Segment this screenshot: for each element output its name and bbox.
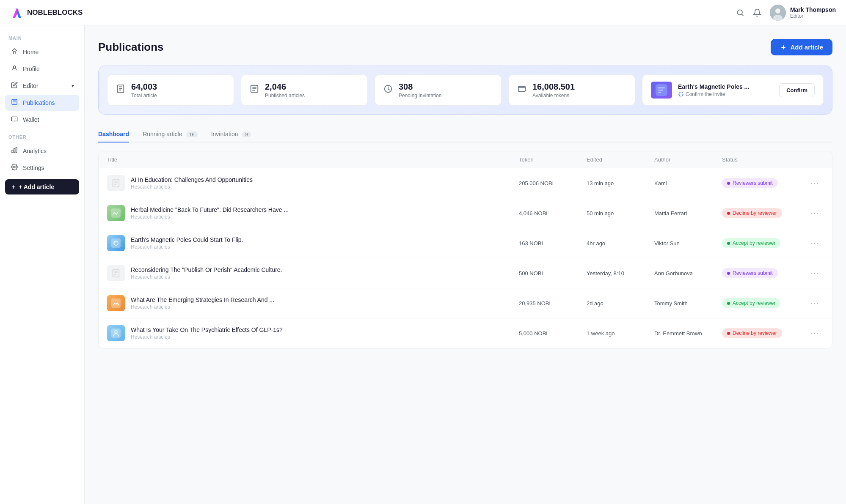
- svg-rect-22: [111, 208, 121, 218]
- articles-table: Title Token Edited Author Status AI In E…: [98, 151, 832, 348]
- svg-rect-10: [14, 149, 15, 153]
- topbar: NOBLEBLOCKS: [0, 0, 846, 25]
- tab-dashboard[interactable]: Dashboard: [98, 126, 129, 142]
- pending-icon: [383, 84, 393, 96]
- table-row: What Are The Emerging Strategies In Rese…: [99, 288, 832, 318]
- avatar: [770, 5, 786, 21]
- status-dot-6: [727, 332, 730, 335]
- svg-rect-18: [658, 88, 665, 88]
- sidebar-settings-label: Settings: [23, 164, 44, 171]
- stat-card-published: 2,046 Published articles: [241, 74, 368, 106]
- article-info-6: What Is Your Take On The Psychiatric Eff…: [131, 326, 283, 340]
- sidebar-item-settings[interactable]: Settings: [5, 160, 79, 176]
- add-article-header-button[interactable]: Add article: [771, 39, 832, 55]
- sidebar-item-editor[interactable]: Editor ▾: [5, 78, 79, 94]
- confirm-subtitle: Confirm the invite: [678, 91, 773, 97]
- stat-published-value: 2,046: [265, 82, 305, 92]
- edited-6: 1 week ago: [587, 330, 654, 337]
- more-button-6[interactable]: ···: [807, 327, 824, 340]
- page-header: Publications Add article: [98, 39, 832, 55]
- analytics-icon: [10, 147, 19, 155]
- status-2: Decline by reviewer: [722, 208, 807, 218]
- col-title: Title: [107, 156, 519, 163]
- sidebar-add-article-button[interactable]: + + Add article: [5, 179, 79, 194]
- main-content: Publications Add article 64,003 Total ar…: [85, 25, 846, 362]
- sidebar-label-other: OTHER: [5, 134, 79, 140]
- svg-rect-19: [658, 90, 663, 90]
- status-label-2: Decline by reviewer: [733, 210, 777, 216]
- article-thumb-5: [107, 295, 125, 311]
- sidebar-item-wallet[interactable]: Wallet: [5, 112, 79, 128]
- svg-rect-21: [113, 179, 119, 187]
- author-1: Kami: [654, 180, 722, 186]
- status-4: Reviewers submit: [722, 268, 807, 278]
- svg-rect-9: [12, 150, 13, 153]
- article-cell-5: What Are The Emerging Strategies In Rese…: [107, 295, 519, 311]
- tab-running-article[interactable]: Running article 16: [143, 126, 198, 142]
- article-info-4: Reconsidering The "Publish Or Perish" Ac…: [131, 266, 282, 280]
- col-status: Status: [722, 156, 807, 163]
- add-article-header-label: Add article: [790, 44, 823, 51]
- stat-pending-value: 308: [399, 82, 441, 92]
- author-2: Mattia Ferrari: [654, 210, 722, 216]
- article-category-1: Research articles: [131, 184, 253, 190]
- article-title-2: Herbal Medicine "Back To Future". Did Re…: [131, 206, 289, 213]
- author-5: Tommy Smith: [654, 300, 722, 307]
- confirm-invite-button[interactable]: Confirm: [779, 83, 815, 97]
- stat-tokens-value: 16,008.501: [532, 82, 575, 92]
- svg-rect-16: [518, 87, 526, 92]
- article-category-3: Research articles: [131, 244, 243, 250]
- more-button-3[interactable]: ···: [807, 237, 824, 249]
- more-button-4[interactable]: ···: [807, 267, 824, 279]
- more-button-5[interactable]: ···: [807, 297, 824, 310]
- author-3: Viktor Sun: [654, 240, 722, 247]
- sidebar-item-publications[interactable]: Publications: [5, 95, 79, 111]
- stat-card-total: 64,003 Total article: [107, 74, 234, 106]
- sidebar-item-home[interactable]: Home: [5, 44, 79, 60]
- tab-invintation-badge: 9: [242, 131, 251, 137]
- app-logo[interactable]: NOBLEBLOCKS: [10, 6, 83, 19]
- col-token: Token: [519, 156, 587, 163]
- status-dot-2: [727, 212, 730, 215]
- stat-tokens-label: Available tokens: [532, 93, 575, 99]
- article-category-5: Research articles: [131, 304, 274, 310]
- editor-icon: [10, 82, 19, 90]
- tokens-icon: [517, 84, 526, 96]
- stat-total-info: 64,003 Total article: [131, 82, 157, 99]
- confirm-subtitle-text: Confirm the invite: [686, 91, 725, 97]
- more-button-1[interactable]: ···: [807, 177, 824, 189]
- status-3: Accept by reviewer: [722, 238, 807, 248]
- topbar-actions: Mark Thompson Editor: [736, 5, 836, 21]
- article-info-3: Earth's Magnetic Poles Could Start To Fl…: [131, 236, 243, 250]
- col-edited: Edited: [587, 156, 654, 163]
- user-role: Editor: [790, 13, 836, 19]
- article-category-2: Research articles: [131, 214, 289, 220]
- tab-invintation[interactable]: Invintation 9: [211, 126, 251, 142]
- more-button-2[interactable]: ···: [807, 207, 824, 219]
- article-category-6: Research articles: [131, 334, 283, 340]
- status-dot-5: [727, 302, 730, 305]
- sidebar-profile-label: Profile: [23, 66, 40, 72]
- app-name: NOBLEBLOCKS: [27, 8, 83, 17]
- article-thumb-4: [107, 265, 125, 281]
- notifications-button[interactable]: [753, 8, 761, 17]
- status-6: Decline by reviewer: [722, 328, 807, 338]
- tab-invintation-label: Invintation: [211, 131, 238, 137]
- col-actions: [807, 156, 824, 163]
- sidebar-item-profile[interactable]: Profile: [5, 61, 79, 77]
- article-info-1: AI In Education: Challenges And Opportun…: [131, 176, 253, 190]
- stat-tokens-info: 16,008.501 Available tokens: [532, 82, 575, 99]
- user-profile[interactable]: Mark Thompson Editor: [770, 5, 836, 21]
- token-3: 163 NOBL: [519, 240, 587, 247]
- article-category-4: Research articles: [131, 274, 282, 280]
- search-button[interactable]: [736, 8, 744, 17]
- sidebar: MAIN Home Profile: [0, 25, 85, 504]
- article-title-5: What Are The Emerging Strategies In Rese…: [131, 296, 274, 303]
- table-row: What Is Your Take On The Psychiatric Eff…: [99, 318, 832, 348]
- sidebar-item-analytics[interactable]: Analytics: [5, 143, 79, 159]
- article-info-5: What Are The Emerging Strategies In Rese…: [131, 296, 274, 310]
- status-dot-1: [727, 182, 730, 185]
- edited-5: 2d ago: [587, 300, 654, 307]
- confirm-title: Earth's Magnetic Poles ...: [678, 83, 749, 90]
- status-label-5: Accept by reviewer: [733, 300, 775, 306]
